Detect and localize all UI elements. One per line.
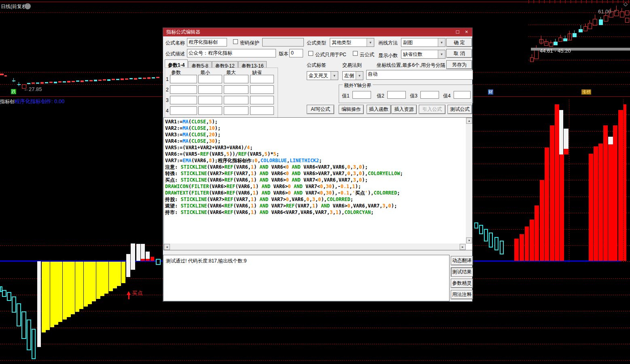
param-input-r1c4[interactable] (250, 75, 274, 83)
indicator-title[interactable]: 程序化指标创作: 0.00 (15, 98, 65, 105)
formula-desc-input[interactable]: 公众号：程序化指标 (187, 49, 276, 57)
decimals-select[interactable]: 缺省位数▼ (401, 50, 445, 59)
param-input-r4c3[interactable] (224, 106, 248, 115)
param-input-r3c4[interactable] (250, 96, 274, 104)
chevron-down-icon[interactable]: ▼ (367, 38, 374, 47)
y-axis-input-1[interactable] (352, 91, 371, 99)
edit-ops-button[interactable]: 编辑操作 (339, 105, 364, 114)
trade-rule-select[interactable]: 左侧▼ (342, 71, 363, 80)
chevron-down-icon[interactable]: ▼ (438, 38, 445, 47)
ai-write-button[interactable]: AI写公式 (307, 105, 334, 114)
save-as-button[interactable]: 另存为 (446, 60, 472, 69)
gridline-h (0, 328, 630, 328)
param-input-r4c2[interactable] (198, 106, 222, 115)
dynamic-translate-button[interactable]: 动态翻译 (451, 256, 473, 265)
version-input[interactable]: 0 (289, 49, 303, 57)
candle-cyan-hollow (7, 292, 11, 301)
finance-badge[interactable]: 财 (488, 89, 493, 95)
restore-icon[interactable]: □ (454, 28, 462, 36)
diamond-icon: ◇ (624, 1, 628, 7)
candle-red (539, 39, 543, 43)
gridline-h (0, 360, 630, 361)
horizontal-scrollbar[interactable] (164, 243, 466, 250)
param-wizard-button[interactable]: 参数精灵 (451, 279, 473, 288)
usage-note-button[interactable]: 用法注释 (451, 290, 473, 299)
param-input-r2c2[interactable] (198, 85, 222, 94)
chevron-down-icon[interactable]: ▼ (438, 50, 445, 58)
insert-resource-button[interactable]: 插入资源 (391, 105, 417, 114)
wick (581, 25, 581, 30)
param-input-r1c1[interactable] (170, 75, 197, 83)
axis-tick (586, 0, 587, 3)
formula-type-select[interactable]: 其他类型▼ (330, 38, 374, 47)
import-formula-button[interactable]: 引入公式 (419, 105, 445, 114)
scroll-down-icon[interactable]: ▼ (466, 237, 472, 243)
password-checkbox[interactable] (233, 39, 238, 44)
vertical-scrollbar[interactable] (466, 118, 472, 243)
candle-cyan-hollow (17, 303, 21, 326)
candle-cyan-hollow (21, 311, 26, 339)
test-formula-button[interactable]: 测试公式 (448, 105, 472, 114)
code-editor[interactable]: VAR1:=MA(CLOSE,5);VAR2:=MA(CLOSE,10);VAR… (163, 117, 473, 250)
pc-only-checkbox[interactable] (308, 51, 313, 56)
candle-cyan-hollow (27, 320, 31, 350)
code-line-14: 观望: STICKLINE(VAR6<REF(VAR6,1) AND VAR7>… (165, 203, 403, 209)
candle-red (593, 19, 597, 25)
password-input[interactable] (262, 38, 304, 47)
test-result-button[interactable]: 测试结果 (451, 267, 473, 277)
chevron-down-icon[interactable]: ▼ (356, 72, 363, 80)
param-input-r3c1[interactable] (170, 96, 197, 104)
param-input-r1c2[interactable] (198, 75, 222, 83)
code-line-2: VAR2:=MA(CLOSE,10); (165, 125, 403, 131)
insert-function-button[interactable]: 插入函数 (367, 105, 391, 114)
param-input-r2c3[interactable] (224, 85, 248, 94)
y-axis-input-4[interactable] (454, 91, 471, 99)
cloud-checkbox[interactable] (353, 51, 358, 56)
param-input-r2c1[interactable] (170, 85, 197, 94)
axis-tick (592, 0, 592, 3)
buy-point-label: 买点 (132, 290, 143, 297)
code-line-13: 持股: STICKLINE(VAR7>REF(VAR7,1) AND VAR7>… (165, 196, 403, 203)
mini-candle (0, 74, 4, 75)
mini-candle (94, 80, 97, 81)
fall-badge[interactable]: 跌 (11, 89, 16, 94)
mini-candle (156, 77, 159, 78)
scroll-left-icon[interactable]: ◄ (164, 244, 170, 250)
dialog-titlebar[interactable]: 指标公式编辑器 □ × (163, 28, 472, 36)
code-line-8: 注意: STICKLINE(VAR6>REF(VAR6,1) AND VAR6<… (165, 164, 403, 170)
gridline-h (528, 25, 630, 25)
y-axis-input-3[interactable] (420, 91, 439, 99)
scroll-right-icon[interactable]: ► (460, 244, 466, 250)
code-line-10: 买点: STICKLINE(VAR6>REF(VAR6,1) AND VAR6>… (165, 177, 403, 183)
param-input-r3c3[interactable] (224, 96, 248, 104)
buy-arrow-stem (128, 295, 129, 299)
coord-line-input[interactable]: 自动 (366, 70, 473, 80)
indicator-bar-yellow (121, 262, 126, 283)
y-axis-input-2[interactable] (387, 91, 406, 99)
param-input-r4c4[interactable] (250, 106, 274, 115)
param-input-r1c3[interactable] (224, 75, 248, 83)
draw-method-select[interactable]: 副图▼ (401, 38, 445, 47)
chevron-down-icon[interactable]: ˇ (25, 3, 31, 9)
indicator-prefix: 指标创 (0, 98, 15, 105)
gridline-h (0, 13, 630, 13)
candle-cyan (573, 33, 577, 37)
wick (546, 39, 546, 44)
period-selector[interactable]: 日线(前复权) (1, 3, 28, 10)
formula-desc-label: 公式描述 (165, 51, 185, 57)
y-axis-label-2: 值2 (377, 93, 384, 99)
close-icon[interactable]: × (462, 28, 471, 36)
formula-name-input[interactable]: 程序化指标创 (187, 38, 227, 47)
cancel-button[interactable]: 取 消 (446, 49, 472, 58)
wick (622, 8, 622, 12)
scroll-up-icon[interactable]: ▲ (466, 118, 472, 124)
rank-badge[interactable]: 涨榜 (581, 89, 591, 95)
ok-button[interactable]: 确 定 (446, 38, 472, 47)
param-input-r3c2[interactable] (198, 96, 222, 104)
param-input-r4c1[interactable] (170, 106, 197, 115)
coord-line-label: 坐标线位置,最多6个,用分号分隔 (377, 62, 445, 69)
chevron-down-icon[interactable]: ▼ (331, 72, 338, 80)
param-input-r2c4[interactable] (250, 85, 274, 94)
formula-tag-select[interactable]: 金叉死叉▼ (307, 71, 338, 80)
wick (551, 40, 551, 44)
